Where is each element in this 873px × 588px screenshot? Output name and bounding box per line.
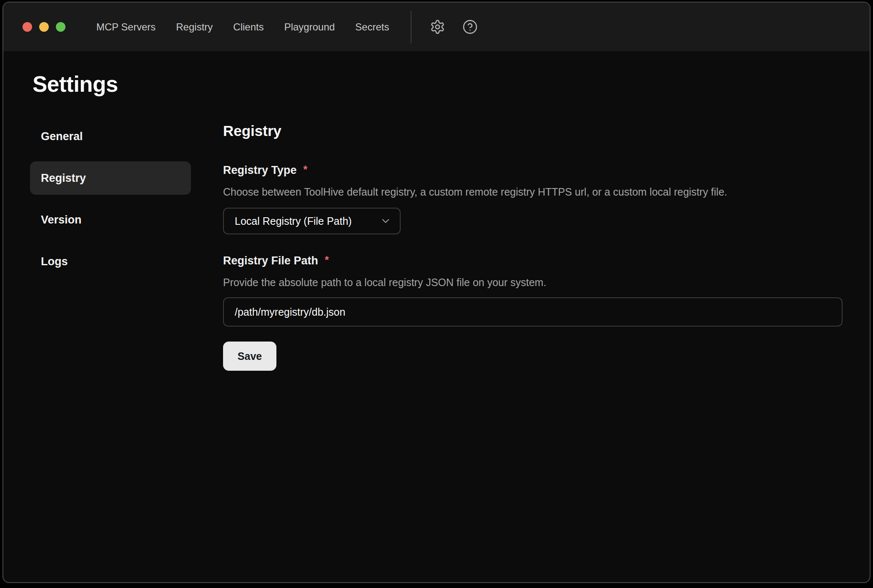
- required-asterisk: *: [325, 254, 329, 266]
- registry-file-path-label-text: Registry File Path: [223, 254, 318, 268]
- page-title: Settings: [33, 71, 870, 98]
- registry-file-path-description: Provide the absolute path to a local reg…: [223, 276, 843, 289]
- registry-type-selected-value: Local Registry (File Path): [235, 215, 352, 227]
- sidebar-item-registry[interactable]: Registry: [30, 161, 191, 195]
- section-heading: Registry: [223, 122, 843, 140]
- registry-type-label: Registry Type *: [223, 163, 843, 177]
- close-window-button[interactable]: [23, 22, 32, 32]
- titlebar-divider: [411, 11, 411, 43]
- help-icon[interactable]: [460, 17, 480, 37]
- settings-gear-icon[interactable]: [427, 17, 447, 37]
- sidebar-item-logs[interactable]: Logs: [30, 245, 191, 278]
- chevron-down-icon: [380, 215, 391, 227]
- required-asterisk: *: [304, 163, 308, 176]
- titlebar: MCP Servers Registry Clients Playground …: [3, 3, 870, 52]
- nav-item-registry[interactable]: Registry: [176, 21, 213, 33]
- top-nav: MCP Servers Registry Clients Playground …: [96, 21, 389, 33]
- nav-item-secrets[interactable]: Secrets: [355, 21, 389, 33]
- settings-sidebar: General Registry Version Logs: [30, 120, 191, 278]
- app-window: MCP Servers Registry Clients Playground …: [3, 2, 870, 583]
- nav-item-mcp-servers[interactable]: MCP Servers: [96, 21, 156, 33]
- settings-layout: General Registry Version Logs Registry R…: [3, 120, 870, 371]
- save-button[interactable]: Save: [223, 342, 276, 371]
- registry-file-path-input[interactable]: [223, 297, 843, 327]
- registry-file-path-label: Registry File Path *: [223, 254, 843, 268]
- titlebar-icons: [427, 17, 480, 37]
- registry-type-label-text: Registry Type: [223, 163, 297, 177]
- sidebar-item-version[interactable]: Version: [30, 203, 191, 236]
- minimize-window-button[interactable]: [39, 22, 49, 32]
- zoom-window-button[interactable]: [56, 22, 65, 32]
- nav-item-playground[interactable]: Playground: [284, 21, 335, 33]
- sidebar-item-general[interactable]: General: [30, 120, 191, 153]
- nav-item-clients[interactable]: Clients: [233, 21, 263, 33]
- traffic-lights: [23, 22, 65, 32]
- registry-settings-panel: Registry Registry Type * Choose between …: [223, 120, 843, 371]
- registry-type-select[interactable]: Local Registry (File Path): [223, 208, 401, 234]
- registry-type-description: Choose between ToolHive default registry…: [223, 186, 843, 199]
